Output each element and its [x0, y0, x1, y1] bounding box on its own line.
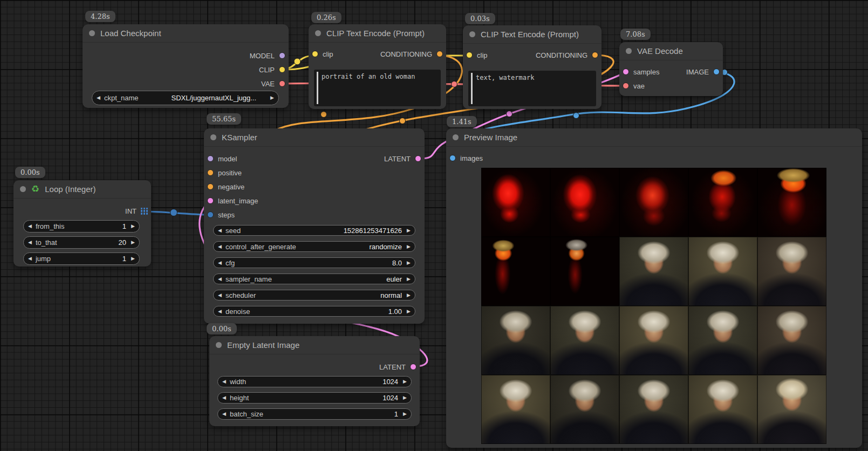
- node-title-bar[interactable]: VAE Decode: [619, 42, 723, 60]
- steps-input-port[interactable]: [207, 211, 214, 218]
- node-clip-text-encode-negative[interactable]: CLIP Text Encode (Prompt) clip CONDITION…: [463, 25, 602, 109]
- model-output-port[interactable]: [279, 52, 285, 59]
- collapse-dot[interactable]: [210, 134, 216, 140]
- node-title-bar[interactable]: Load Checkpoint: [83, 24, 289, 43]
- image-output-port[interactable]: [713, 69, 720, 75]
- preview-cell: [550, 306, 619, 375]
- sampler-name-widget[interactable]: ◀ sampler_name euler ▶: [213, 274, 415, 284]
- negative-input-port[interactable]: [207, 183, 214, 190]
- right-arrow-icon[interactable]: ▶: [407, 309, 411, 314]
- node-vae-decode[interactable]: VAE Decode samples IMAGE vae: [619, 42, 723, 96]
- left-arrow-icon[interactable]: ◀: [218, 261, 222, 265]
- link-dot: [170, 209, 177, 216]
- left-arrow-icon[interactable]: ◀: [222, 395, 226, 400]
- right-arrow-icon[interactable]: ▶: [407, 293, 411, 298]
- jump-widget[interactable]: ◀ jump 1 ▶: [23, 252, 140, 265]
- ckpt-name-widget[interactable]: ◀ ckpt_name SDXL/juggernautXL_jugg... ▶: [92, 91, 279, 105]
- seed-widget[interactable]: ◀ seed 152861253471626 ▶: [213, 225, 415, 236]
- vae-output-port[interactable]: [279, 80, 285, 87]
- right-arrow-icon[interactable]: ▶: [407, 277, 411, 282]
- clip-output-port[interactable]: [279, 66, 285, 73]
- right-arrow-icon[interactable]: ▶: [407, 244, 411, 249]
- preview-cell: [688, 237, 757, 306]
- node-preview-image[interactable]: Preview Image images: [446, 128, 862, 448]
- left-arrow-icon[interactable]: ◀: [28, 240, 32, 245]
- left-arrow-icon[interactable]: ◀: [218, 293, 222, 298]
- right-arrow-icon[interactable]: ▶: [403, 395, 407, 400]
- prompt-text: portrait of an old woman: [322, 73, 415, 80]
- from-this-widget[interactable]: ◀ from_this 1 ▶: [23, 220, 140, 233]
- left-arrow-icon[interactable]: ◀: [222, 379, 226, 384]
- right-arrow-icon[interactable]: ▶: [407, 261, 411, 265]
- preview-cell: [619, 306, 688, 375]
- exec-time-badge: 0.26s: [311, 12, 341, 23]
- left-arrow-icon[interactable]: ◀: [28, 224, 32, 229]
- widget-label: width: [230, 378, 246, 386]
- collapse-dot[interactable]: [216, 342, 222, 348]
- batch-size-widget[interactable]: ◀ batch_size 1 ▶: [217, 408, 412, 420]
- left-arrow-icon[interactable]: ◀: [218, 309, 222, 314]
- node-empty-latent-image[interactable]: Empty Latent Image LATENT ◀ width 1024 ▶…: [209, 336, 420, 426]
- left-arrow-icon[interactable]: ◀: [97, 95, 100, 100]
- collapse-dot[interactable]: [315, 30, 321, 36]
- latent-image-input-port[interactable]: [207, 197, 214, 204]
- right-arrow-icon[interactable]: ▶: [131, 256, 135, 261]
- latent-output-port[interactable]: [415, 155, 421, 162]
- clip-input-port[interactable]: [312, 51, 318, 57]
- right-arrow-icon[interactable]: ▶: [270, 95, 274, 100]
- samples-input-port[interactable]: [623, 69, 629, 75]
- widget-value: normal: [380, 291, 402, 299]
- exec-time-badge: 0.00s: [207, 323, 237, 334]
- right-arrow-icon[interactable]: ▶: [131, 240, 135, 245]
- node-title-bar[interactable]: Preview Image: [446, 128, 862, 147]
- prompt-textarea[interactable]: portrait of an old woman: [314, 70, 441, 106]
- collapse-dot[interactable]: [89, 30, 95, 36]
- recycle-icon: ♻: [31, 184, 39, 194]
- to-that-widget[interactable]: ◀ to_that 20 ▶: [23, 236, 140, 249]
- scheduler-widget[interactable]: ◀ scheduler normal ▶: [213, 290, 415, 300]
- prompt-textarea[interactable]: text, watermark: [468, 71, 596, 106]
- node-title-bar[interactable]: KSampler: [204, 128, 425, 147]
- denoise-widget[interactable]: ◀ denoise 1.00 ▶: [213, 306, 415, 317]
- right-arrow-icon[interactable]: ▶: [131, 224, 135, 229]
- collapse-dot[interactable]: [626, 48, 632, 54]
- node-title-bar[interactable]: CLIP Text Encode (Prompt): [463, 25, 602, 44]
- vae-input-port[interactable]: [623, 83, 629, 89]
- node-title-bar[interactable]: Empty Latent Image: [209, 336, 420, 354]
- node-title-bar[interactable]: CLIP Text Encode (Prompt): [309, 24, 446, 43]
- model-input-port[interactable]: [207, 155, 214, 162]
- control-after-generate-widget[interactable]: ◀ control_after_generate randomize ▶: [213, 241, 415, 252]
- exec-time-badge: 1.41s: [447, 116, 477, 127]
- conditioning-output-port[interactable]: [592, 52, 598, 58]
- node-loop-integer[interactable]: ♻ Loop (Integer) INT ◀ from_this 1 ▶ ◀ t…: [13, 180, 151, 266]
- node-load-checkpoint[interactable]: Load Checkpoint MODEL CLIP VAE ◀ ckpt_na…: [83, 24, 289, 108]
- cfg-widget[interactable]: ◀ cfg 8.0 ▶: [213, 257, 415, 268]
- right-arrow-icon[interactable]: ▶: [403, 412, 407, 416]
- left-arrow-icon[interactable]: ◀: [222, 412, 226, 416]
- int-list-output-port[interactable]: [141, 208, 148, 215]
- latent-output-port[interactable]: [410, 364, 416, 370]
- node-clip-text-encode-positive[interactable]: CLIP Text Encode (Prompt) clip CONDITION…: [309, 24, 446, 109]
- node-title-bar[interactable]: ♻ Loop (Integer): [13, 180, 151, 199]
- node-title: Empty Latent Image: [227, 340, 299, 350]
- conditioning-output-port[interactable]: [436, 51, 443, 57]
- images-input-port[interactable]: [449, 155, 456, 161]
- left-arrow-icon[interactable]: ◀: [218, 228, 222, 233]
- widget-label: sampler_name: [225, 275, 272, 283]
- left-arrow-icon[interactable]: ◀: [28, 256, 32, 261]
- exec-time-badge: 0.00s: [15, 167, 45, 178]
- left-arrow-icon[interactable]: ◀: [218, 277, 222, 282]
- comfyui-canvas[interactable]: { "nodes": { "load_checkpoint": { "badge…: [0, 0, 868, 451]
- node-ksampler[interactable]: KSampler model LATENT positive negative …: [204, 128, 425, 324]
- link-dot: [573, 113, 579, 119]
- collapse-dot[interactable]: [20, 186, 26, 192]
- right-arrow-icon[interactable]: ▶: [403, 379, 407, 384]
- width-widget[interactable]: ◀ width 1024 ▶: [217, 376, 412, 387]
- clip-input-port[interactable]: [466, 52, 473, 58]
- collapse-dot[interactable]: [453, 134, 459, 140]
- collapse-dot[interactable]: [469, 31, 475, 37]
- left-arrow-icon[interactable]: ◀: [218, 244, 222, 249]
- height-widget[interactable]: ◀ height 1024 ▶: [217, 392, 412, 404]
- positive-input-port[interactable]: [207, 169, 214, 176]
- right-arrow-icon[interactable]: ▶: [407, 228, 411, 233]
